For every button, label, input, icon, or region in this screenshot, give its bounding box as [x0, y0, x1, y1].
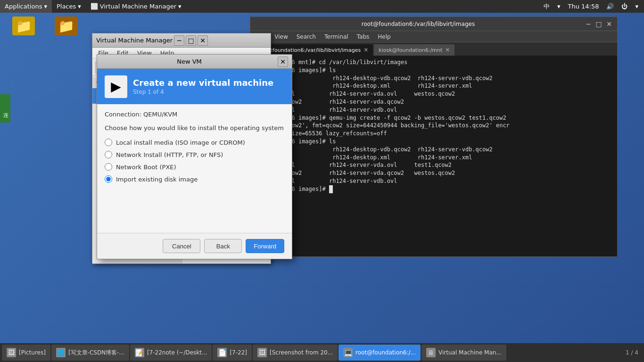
bottom-taskbar: 🖼 [Pictures] 🌐 [写文章-CSDN博客-... 📝 [7-22no… [0, 343, 644, 362]
top-bar-left: Applications ▾ Places ▾ ⬜ Virtual Machin… [0, 0, 186, 13]
vmm-label: Virtual Machine Manager [100, 3, 176, 10]
vmm-icon: ⬜ [91, 3, 98, 10]
taskbar-item-vmm[interactable]: 🖥 Virtual Machine Man... [421, 345, 506, 361]
radio-option-4[interactable]: Import existing disk image [105, 173, 284, 185]
terminal-line-9: g 'test1.qcow2', fmt=qcow2 size=64424509… [254, 122, 613, 130]
terminal-menu-view[interactable]: View [272, 33, 289, 41]
taskbar-vmm-label: Virtual Machine Man... [438, 349, 502, 356]
terminal-line-6: ktop-vda.qcow2 rh124-server-vda.qcow2 [254, 98, 613, 106]
clock: Thu 14:58 [566, 3, 601, 10]
radio-option-2[interactable]: Network Install (HTTP, FTP, or NFS) [105, 148, 284, 161]
terminal-line-14: ktop-vda.ovl rh124-server-vda.ovl test1.… [254, 161, 613, 169]
radio-label-4: Import existing disk image [116, 176, 198, 183]
radio-label-2: Network Install (HTTP, FTP, or NFS) [116, 151, 223, 158]
dialog-header-title: Create a new virtual machine [133, 78, 273, 88]
terminal-line-16: ktop-vdb.ovl rh124-server-vdb.ovl [254, 177, 613, 185]
terminal-maximize-btn[interactable]: □ [594, 20, 603, 28]
dialog-body: Connection: QEMU/KVM Choose how you woul… [97, 104, 292, 233]
terminal-titlebar: root@foundation6:/var/lib/libvirt/images… [250, 17, 617, 31]
taskbar-722-icon: 📄 [217, 348, 227, 357]
taskbar-item-7-22[interactable]: 📄 [7-22] [213, 345, 252, 361]
terminal-line-8: [foundation6 images]# qemu-img create -f… [254, 114, 613, 122]
taskbar-item-terminal[interactable]: 💻 root@foundation6:/... [339, 345, 421, 361]
connection-value: QEMU/KVM [143, 111, 177, 118]
forward-button[interactable]: Forward [246, 239, 284, 253]
terminal-line-13: v2 rh124-desktop.xml rh124-server.xml [254, 154, 613, 162]
terminal-body[interactable]: [foundation6 mnt]# cd /var/lib/libvirt/i… [250, 56, 617, 256]
radio-label-1: Local install media (ISO image or CDROM) [116, 139, 245, 146]
top-bar-right: 中 ▾ Thu 14:58 🔊 ⏻ ▾ [542, 2, 644, 11]
taskbar-screenshot-icon: 🖼 [257, 348, 267, 357]
taskbar-722-label: [7-22] [230, 349, 247, 356]
radio-input-2[interactable] [105, 151, 112, 158]
dialog-header: ▶ Create a new virtual machine Step 1 of… [97, 69, 292, 104]
taskbar-pictures-label: [Pictures] [19, 349, 46, 356]
new-vm-dialog: New VM ✕ ▶ Create a new virtual machine … [97, 54, 292, 259]
dialog-header-subtitle: Step 1 of 4 [133, 89, 273, 95]
dialog-title: New VM [101, 58, 278, 65]
places-label: Places [57, 3, 76, 10]
taskbar-item-pictures[interactable]: 🖼 [Pictures] [2, 345, 50, 361]
taskbar-csdn-label: [写文章-CSDN博客-... [68, 349, 124, 357]
terminal-line-5: ktop-vda.ovl rh124-server-vda.ovl westos… [254, 90, 613, 98]
radio-option-1[interactable]: Local install media (ISO image or CDROM) [105, 136, 284, 148]
dialog-footer: Cancel Back Forward [97, 233, 292, 259]
volume-icon[interactable]: 🔊 [604, 3, 616, 10]
radio-input-1[interactable] [105, 139, 112, 146]
power-icon[interactable]: ⏻ [619, 3, 629, 10]
vmm-minimize-btn[interactable]: ─ [174, 35, 184, 46]
taskbar-item-screenshot[interactable]: 🖼 [Screenshot from 20... [253, 345, 338, 361]
taskbar-item-csdn[interactable]: 🌐 [写文章-CSDN博客-... [51, 345, 129, 361]
radio-input-4[interactable] [105, 175, 112, 183]
terminal-menu-tabs[interactable]: Tabs [355, 33, 372, 41]
terminal-minimize-btn[interactable]: ─ [584, 20, 593, 28]
terminal-line-15: ktop-vda.qcow2 rh124-server-vda.qcow2 we… [254, 169, 613, 177]
terminal-tab-2-label: kiosk@foundation6:/mnt [379, 47, 442, 53]
dialog-close-btn[interactable]: ✕ [278, 57, 288, 67]
vmm-arrow: ▾ [178, 3, 182, 10]
radio-input-3[interactable] [105, 163, 112, 171]
terminal-line-1: [foundation6 mnt]# cd /var/lib/libvirt/i… [254, 58, 613, 66]
terminal-menu-help[interactable]: Help [376, 33, 392, 41]
terminal-menubar: Edit View Search Terminal Tabs Help [250, 31, 617, 42]
terminal-line-4: v2 rh124-desktop.xml rh124-server.xml [254, 82, 613, 90]
terminal-tab-2-close[interactable]: ✕ [445, 47, 450, 53]
connection-label: Connection: [105, 111, 141, 118]
back-button[interactable]: Back [204, 239, 242, 253]
terminal-close-btn[interactable]: ✕ [605, 20, 613, 28]
places-menu[interactable]: Places ▾ [52, 0, 86, 13]
applications-arrow: ▾ [44, 3, 47, 10]
terminal-tabs: root@foundation6:/var/lib/libvirt/images… [250, 42, 617, 56]
terminal-line-10: f cluster_size=65536 lazy_refcounts=off [254, 130, 613, 138]
vmm-menu[interactable]: ⬜ Virtual Machine Manager ▾ [86, 0, 186, 13]
top-bar-separator: ▾ [555, 3, 562, 10]
dialog-header-icon: ▶ [105, 75, 127, 98]
applications-label: Applications [5, 3, 42, 10]
vmm-close-btn[interactable]: ✕ [198, 35, 208, 46]
input-indicator[interactable]: 中 [542, 2, 552, 11]
cancel-button[interactable]: Cancel [163, 239, 200, 253]
taskbar-terminal-label: root@foundation6:/... [355, 349, 416, 356]
terminal-line-17: [foundation6 images]# [254, 185, 613, 193]
desktop-icon-2[interactable]: 📁 [47, 16, 85, 37]
applications-menu[interactable]: Applications ▾ [0, 0, 52, 13]
terminal-tab-1-label: root@foundation6:/var/lib/libvirt/images [257, 47, 361, 53]
taskbar-terminal-icon: 💻 [343, 348, 353, 357]
terminal-menu-search[interactable]: Search [295, 33, 318, 41]
terminal-tab-1-close[interactable]: ✕ [363, 47, 368, 53]
dialog-header-text: Create a new virtual machine Step 1 of 4 [133, 78, 273, 95]
terminal-line-7: ktop-vdb.ovl rh124-server-vdb.ovl [254, 106, 613, 114]
taskbar-csdn-icon: 🌐 [56, 348, 66, 357]
desktop-icon-1[interactable]: 📁 [5, 16, 42, 37]
dialog-connection: Connection: QEMU/KVM [105, 111, 284, 118]
vmm-maximize-btn[interactable]: □ [186, 35, 196, 46]
top-bar: Applications ▾ Places ▾ ⬜ Virtual Machin… [0, 0, 644, 13]
taskbar-item-note[interactable]: 📝 [7-22note (~/Deskt... [130, 345, 212, 361]
radio-label-3: Network Boot (PXE) [116, 164, 176, 171]
power-arrow: ▾ [633, 3, 640, 10]
terminal-tab-2[interactable]: kiosk@foundation6:/mnt ✕ [374, 44, 454, 56]
radio-option-3[interactable]: Network Boot (PXE) [105, 161, 284, 173]
terminal-menu-terminal[interactable]: Terminal [322, 33, 350, 41]
terminal-line-3: v2 rh124-desktop-vdb.qcow2 rh124-server-… [254, 74, 613, 82]
terminal-line-11: [foundation6 images]# ls [254, 138, 613, 146]
